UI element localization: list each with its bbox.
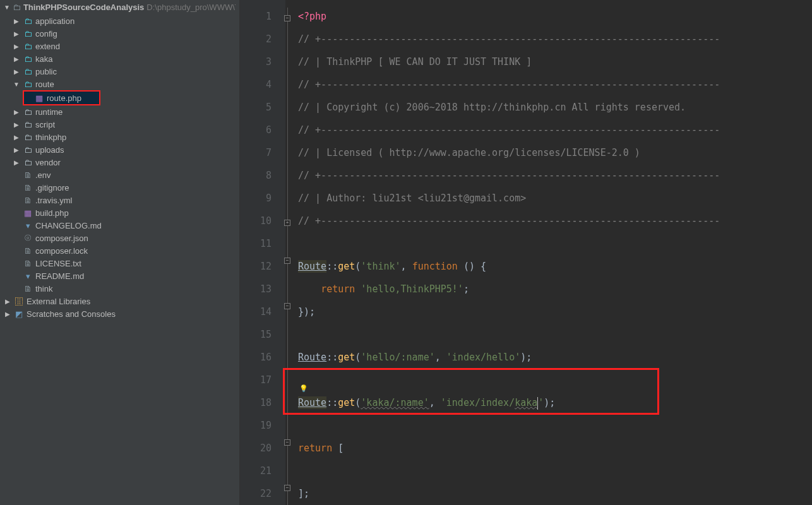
- tree-item-label: application: [35, 16, 75, 26]
- code-line: return [: [298, 437, 812, 460]
- code-editor[interactable]: 12345678910111213141516171819202122 − + …: [240, 0, 812, 505]
- code-line: [298, 460, 812, 482]
- chevron-right-icon[interactable]: ▶: [13, 30, 20, 37]
- php-file-icon: ▦: [23, 208, 33, 218]
- tree-item-composer-json[interactable]: ⦾composer.json: [0, 232, 239, 244]
- chevron-right-icon: ▶: [4, 298, 11, 305]
- code-line: // +------------------------------------…: [298, 73, 812, 96]
- fold-marker-icon[interactable]: −: [284, 439, 290, 446]
- library-icon: ⿲: [14, 296, 24, 306]
- file-icon: 🗎: [23, 182, 33, 193]
- chevron-right-icon[interactable]: ▶: [13, 109, 20, 116]
- line-number: 15: [240, 323, 285, 346]
- tree-item-label: .env: [35, 170, 51, 180]
- tree-item-build-php[interactable]: ▦build.php: [0, 206, 239, 219]
- tree-item-label: build.php: [35, 208, 69, 218]
- tree-item-route[interactable]: ▼🗀route: [0, 78, 239, 90]
- folder-icon: 🗀: [23, 157, 33, 167]
- chevron-right-icon[interactable]: ▶: [13, 146, 20, 153]
- chevron-right-icon[interactable]: ▶: [13, 68, 20, 75]
- file-icon: 🗎: [23, 258, 33, 268]
- line-number: 4: [240, 73, 285, 96]
- chevron-right-icon[interactable]: ▶: [13, 159, 20, 166]
- code-line: });: [298, 300, 812, 323]
- tree-item--env[interactable]: 🗎.env: [0, 169, 239, 181]
- project-sidebar[interactable]: ▼ 🗀 ThinkPHPSourceCodeAnalysis D:\phpstu…: [0, 0, 240, 505]
- code-line: [298, 414, 812, 437]
- tree-item-LICENSE-txt[interactable]: 🗎LICENSE.txt: [0, 257, 239, 270]
- tree-item-label: public: [35, 67, 57, 76]
- tree-item-label: composer.lock: [35, 246, 88, 256]
- chevron-right-icon[interactable]: ▶: [13, 43, 20, 50]
- tree-item--travis-yml[interactable]: 🗎.travis.yml: [0, 194, 239, 206]
- line-number: 18: [240, 391, 285, 414]
- line-number: 8: [240, 164, 285, 187]
- fold-marker-icon[interactable]: −: [284, 303, 290, 309]
- tree-item-kaka[interactable]: ▶🗀kaka: [0, 52, 239, 65]
- code-line: // +------------------------------------…: [298, 164, 812, 187]
- tree-item-label: thinkphp: [35, 133, 66, 142]
- line-number: 19: [240, 414, 285, 437]
- code-line: // +------------------------------------…: [298, 119, 812, 141]
- line-number: 17: [240, 369, 285, 391]
- file-icon: 🗎: [23, 170, 33, 180]
- markdown-file-icon: ▾: [23, 220, 33, 230]
- project-root[interactable]: ▼ 🗀 ThinkPHPSourceCodeAnalysis D:\phpstu…: [0, 0, 239, 15]
- tree-item-label: think: [35, 284, 52, 294]
- fold-marker-icon[interactable]: −: [284, 258, 290, 264]
- tree-item-script[interactable]: ▶🗀script: [0, 118, 239, 131]
- project-name: ThinkPHPSourceCodeAnalysis: [23, 3, 144, 12]
- fold-marker-icon[interactable]: +: [284, 220, 290, 226]
- tree-item-label: script: [35, 120, 55, 129]
- tree-item-label: vendor: [35, 158, 61, 167]
- folder-icon: 🗀: [23, 54, 33, 64]
- line-number: 20: [240, 437, 285, 460]
- tree-item-route-php[interactable]: ▦route.php: [24, 92, 99, 104]
- code-line: ];: [298, 482, 812, 505]
- tree-item-public[interactable]: ▶🗀public: [0, 65, 239, 78]
- tree-item-label: config: [35, 29, 57, 39]
- lightbulb-icon[interactable]: 💡: [299, 377, 308, 400]
- line-number: 13: [240, 278, 285, 300]
- tree-item-runtime[interactable]: ▶🗀runtime: [0, 105, 239, 118]
- tree-item-vendor[interactable]: ▶🗀vendor: [0, 156, 239, 169]
- tree-item-think[interactable]: 🗎think: [0, 282, 239, 295]
- chevron-right-icon[interactable]: ▶: [13, 121, 20, 128]
- tree-item-uploads[interactable]: ▶🗀uploads: [0, 143, 239, 156]
- line-number: 16: [240, 346, 285, 369]
- code-line: // | ThinkPHP [ WE CAN DO IT JUST THINK …: [298, 50, 812, 73]
- chevron-right-icon[interactable]: ▶: [13, 18, 20, 25]
- code-content[interactable]: <?php // +------------------------------…: [293, 0, 812, 505]
- chevron-right-icon[interactable]: ▶: [13, 56, 20, 62]
- code-line: Route::get('hello/:name', 'index/hello')…: [298, 346, 812, 369]
- highlight-annotation: ▦route.php: [23, 90, 100, 105]
- line-number: 3: [240, 50, 285, 73]
- tree-item-label: composer.json: [35, 234, 88, 243]
- line-number: 10: [240, 210, 285, 232]
- scratches-label: Scratches and Consoles: [27, 309, 116, 319]
- line-number: 12: [240, 255, 285, 278]
- folder-icon: 🗀: [23, 28, 33, 39]
- fold-marker-icon[interactable]: −: [284, 485, 290, 491]
- tree-item-application[interactable]: ▶🗀application: [0, 15, 239, 27]
- tree-item-CHANGELOG-md[interactable]: ▾CHANGELOG.md: [0, 219, 239, 232]
- tree-item-composer-lock[interactable]: 🗎composer.lock: [0, 244, 239, 257]
- folder-icon: 🗀: [23, 41, 33, 51]
- code-line: [298, 323, 812, 346]
- tree-item-README-md[interactable]: ▾README.md: [0, 270, 239, 282]
- line-number: 11: [240, 232, 285, 255]
- external-libraries[interactable]: ▶ ⿲ External Libraries: [0, 295, 239, 307]
- fold-marker-icon[interactable]: −: [284, 15, 290, 21]
- chevron-right-icon[interactable]: ▶: [13, 134, 20, 141]
- tree-item-extend[interactable]: ▶🗀extend: [0, 40, 239, 52]
- file-icon: 🗎: [23, 195, 33, 205]
- chevron-down-icon[interactable]: ▼: [13, 81, 20, 88]
- code-line: <?php: [298, 5, 812, 28]
- tree-item--gitignore[interactable]: 🗎.gitignore: [0, 181, 239, 194]
- file-icon: 🗎: [23, 283, 33, 294]
- tree-item-thinkphp[interactable]: ▶🗀thinkphp: [0, 131, 239, 143]
- tree-item-config[interactable]: ▶🗀config: [0, 27, 239, 40]
- scratches-consoles[interactable]: ▶ ◩ Scratches and Consoles: [0, 307, 239, 320]
- line-number: 1: [240, 5, 285, 28]
- line-number: 5: [240, 96, 285, 119]
